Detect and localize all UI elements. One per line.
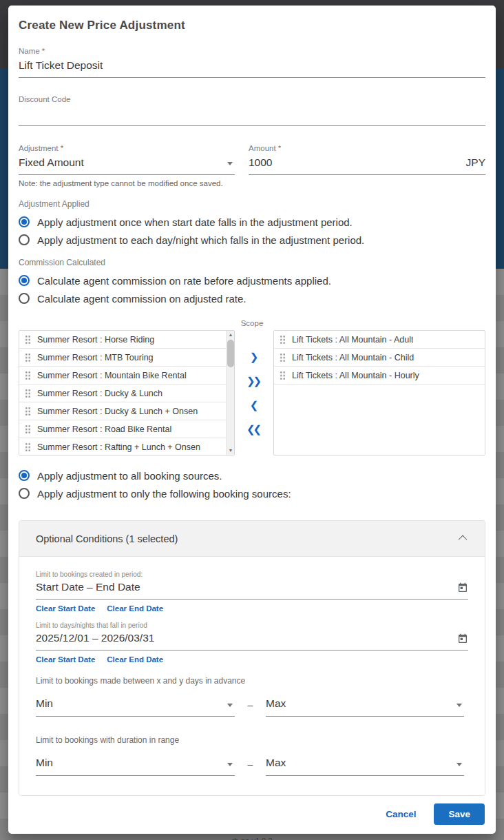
drag-handle-icon[interactable] (25, 389, 30, 398)
advance-min-value: Min (36, 697, 53, 709)
amount-input[interactable]: 1000 JPY (249, 153, 485, 175)
drag-handle-icon[interactable] (25, 335, 30, 344)
radio-unselected-icon[interactable] (19, 488, 30, 499)
advance-min-select[interactable]: Min (36, 695, 235, 717)
radio-option-label: Apply adjustment to only the following b… (37, 488, 291, 500)
list-item[interactable]: Summer Resort : MTB Touring (19, 349, 226, 367)
drag-handle-icon[interactable] (25, 442, 30, 451)
backdrop-version-text: rb-pa v1.0.2 (0, 837, 504, 840)
fall-clear-end-link[interactable]: Clear End Date (107, 655, 163, 664)
optional-conditions-title: Optional Conditions (1 selected) (36, 533, 178, 544)
list-item[interactable]: Lift Tickets : All Mountain - Hourly (274, 367, 485, 385)
calendar-icon[interactable] (457, 633, 468, 644)
fall-period-input[interactable]: 2025/12/01 – 2026/03/31 (36, 629, 468, 651)
list-item[interactable]: Summer Resort : Horse Riding (19, 331, 226, 349)
save-button[interactable]: Save (434, 803, 485, 825)
dropdown-arrow-icon (227, 704, 233, 707)
radio-option[interactable]: Calculate agent commission on adjusted r… (19, 289, 485, 307)
calendar-icon[interactable] (457, 582, 468, 593)
dropdown-arrow-icon (456, 704, 462, 707)
collapse-chevron-icon (459, 535, 468, 544)
radio-option[interactable]: Apply adjustment once when start date fa… (19, 213, 485, 231)
amount-value: 1000 (249, 156, 272, 168)
fall-period-label: Limit to days/nights that fall in period (36, 622, 468, 629)
dropdown-arrow-icon (456, 763, 462, 766)
duration-min-select[interactable]: Min (36, 754, 235, 776)
adjustment-note: Note: the adjustment type cannot be modi… (19, 179, 235, 187)
drag-handle-icon[interactable] (25, 353, 30, 362)
scope-available-list[interactable]: Summer Resort : Horse RidingSummer Resor… (19, 330, 235, 455)
dropdown-arrow-icon (227, 763, 233, 766)
drag-handle-icon[interactable] (25, 371, 30, 380)
drag-handle-icon[interactable] (280, 371, 285, 380)
radio-unselected-icon[interactable] (19, 234, 30, 245)
created-period-input[interactable]: Start Date – End Date (36, 578, 468, 600)
drag-handle-icon[interactable] (280, 353, 285, 362)
adjustment-type-select[interactable]: Fixed Amount (19, 153, 235, 175)
radio-selected-icon[interactable] (19, 470, 30, 481)
discount-code-label: Discount Code (19, 94, 485, 104)
name-field-label: Name * (19, 46, 485, 56)
move-right-button[interactable]: ❯ (250, 349, 259, 365)
list-item[interactable]: Lift Tickets : All Mountain - Child (274, 349, 485, 367)
amount-label: Amount * (249, 143, 485, 153)
drag-handle-icon[interactable] (280, 335, 285, 344)
advance-days-label: Limit to bookings made between x and y d… (36, 676, 468, 686)
scope-label: Scope (19, 319, 485, 327)
create-price-adjustment-dialog: Create New Price Adjustment Name * Lift … (8, 6, 496, 834)
adjustment-type-label: Adjustment * (19, 143, 235, 153)
radio-option[interactable]: Apply adjustment to all booking sources. (19, 467, 485, 484)
list-item[interactable]: Summer Resort : Ducky & Lunch + Onsen (19, 402, 226, 420)
drag-handle-icon[interactable] (25, 407, 30, 416)
fall-clear-start-link[interactable]: Clear Start Date (36, 655, 95, 664)
list-item-label: Lift Tickets : All Mountain - Adult (292, 335, 413, 345)
move-all-left-button[interactable]: ❮❮ (246, 422, 262, 437)
duration-max-select[interactable]: Max (266, 754, 464, 776)
list-item[interactable]: Summer Resort : Rafting + Lunch + Onsen (19, 438, 226, 455)
list-item-label: Summer Resort : Mountain Bike Rental (37, 371, 187, 380)
commission-calculated-radio-group: Calculate agent commission on rate befor… (19, 272, 485, 307)
move-left-button[interactable]: ❮ (250, 398, 259, 413)
radio-unselected-icon[interactable] (19, 293, 30, 304)
list-item-label: Summer Resort : Ducky & Lunch + Onsen (37, 407, 198, 416)
radio-option-label: Apply adjustment once when start date fa… (37, 216, 353, 228)
optional-conditions-panel: Optional Conditions (1 selected) Limit t… (19, 520, 485, 796)
radio-selected-icon[interactable] (19, 275, 30, 286)
radio-option[interactable]: Calculate agent commission on rate befor… (19, 272, 485, 289)
list-item-label: Summer Resort : Horse Riding (37, 335, 154, 345)
name-input[interactable]: Lift Ticket Deposit (19, 56, 485, 78)
radio-option-label: Calculate agent commission on rate befor… (37, 275, 331, 287)
move-all-right-button[interactable]: ❯❯ (246, 373, 262, 389)
scroll-down-icon[interactable]: ▼ (227, 447, 235, 455)
currency-suffix: JPY (466, 156, 485, 170)
created-clear-end-link[interactable]: Clear End Date (107, 604, 163, 613)
range-separator: – (235, 759, 266, 776)
discount-code-input[interactable] (19, 104, 485, 126)
adjustment-type-value: Fixed Amount (19, 156, 84, 168)
list-item-label: Lift Tickets : All Mountain - Hourly (292, 371, 419, 380)
scroll-up-icon[interactable]: ▲ (227, 331, 235, 339)
duration-min-value: Min (36, 757, 53, 768)
radio-option-label: Apply adjustment to all booking sources. (37, 470, 222, 482)
optional-conditions-header[interactable]: Optional Conditions (1 selected) (19, 521, 485, 557)
scope-selected-list[interactable]: Lift Tickets : All Mountain - AdultLift … (273, 330, 485, 455)
radio-option-label: Calculate agent commission on adjusted r… (37, 293, 246, 305)
list-item[interactable]: Summer Resort : Ducky & Lunch (19, 385, 226, 402)
list-item[interactable]: Lift Tickets : All Mountain - Adult (274, 331, 485, 349)
cancel-button[interactable]: Cancel (386, 809, 416, 819)
scrollbar-thumb[interactable] (227, 340, 234, 367)
list-item-label: Summer Resort : Ducky & Lunch (37, 389, 162, 398)
list-item[interactable]: Summer Resort : Mountain Bike Rental (19, 367, 226, 385)
dialog-title: Create New Price Adjustment (19, 19, 485, 32)
list-item[interactable]: Summer Resort : Road Bike Rental (19, 420, 226, 438)
scrollbar[interactable]: ▲ ▼ (226, 331, 234, 455)
list-item-label: Summer Resort : Rafting + Lunch + Onsen (37, 442, 200, 452)
radio-option[interactable]: Apply adjustment to each day/night which… (19, 231, 485, 249)
created-clear-start-link[interactable]: Clear Start Date (36, 604, 95, 613)
list-item-label: Lift Tickets : All Mountain - Child (292, 353, 414, 362)
range-separator: – (235, 699, 266, 717)
advance-max-select[interactable]: Max (266, 695, 464, 717)
radio-option[interactable]: Apply adjustment to only the following b… (19, 484, 485, 502)
drag-handle-icon[interactable] (25, 424, 30, 433)
radio-selected-icon[interactable] (19, 216, 30, 227)
